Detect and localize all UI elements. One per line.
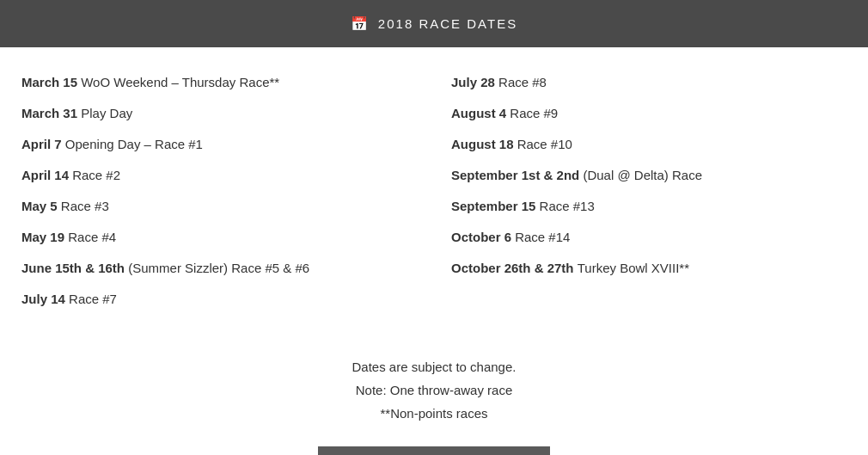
btn-container: DOWNLOAD RACE DATES PDF [0, 438, 868, 455]
footer-section: Dates are subject to change. Note: One t… [0, 338, 868, 438]
list-item: June 15th & 16th (Summer Sizzler) Race #… [21, 259, 417, 278]
list-item: October 26th & 27th Turkey Bowl XVIII** [451, 259, 847, 278]
list-item: April 7 Opening Day – Race #1 [21, 135, 417, 154]
footer-line2: Note: One throw-away race [0, 378, 868, 402]
list-item: October 6 Race #14 [451, 228, 847, 247]
race-date: September 15 [451, 199, 540, 213]
race-date: March 15 [21, 75, 81, 89]
race-date: May 19 [21, 230, 68, 244]
list-item: August 4 Race #9 [451, 104, 847, 123]
list-item: August 18 Race #10 [451, 135, 847, 154]
calendar-icon: 📅 [351, 15, 370, 32]
race-date: October 26th & 27th [451, 261, 578, 275]
left-column: March 15 WoO Weekend – Thursday Race**Ma… [21, 73, 434, 321]
race-name: Race #8 [498, 75, 547, 89]
list-item: March 15 WoO Weekend – Thursday Race** [21, 73, 417, 92]
race-date: March 31 [21, 106, 81, 120]
race-date: August 18 [451, 137, 517, 151]
race-date: October 6 [451, 230, 515, 244]
race-date: August 4 [451, 106, 510, 120]
race-name: Race #14 [515, 230, 570, 244]
race-name: Opening Day – Race #1 [65, 137, 203, 151]
list-item: May 5 Race #3 [21, 197, 417, 216]
race-name: Turkey Bowl XVIII** [578, 261, 689, 275]
header-bar: 📅 2018 RACE DATES [0, 0, 868, 47]
race-date: September 1st & 2nd [451, 168, 583, 182]
list-item: April 14 Race #2 [21, 166, 417, 185]
race-date: July 14 [21, 292, 69, 306]
race-name: Race #4 [68, 230, 116, 244]
download-button[interactable]: DOWNLOAD RACE DATES PDF [318, 446, 551, 455]
race-name: (Dual @ Delta) Race [583, 168, 702, 182]
list-item: July 28 Race #8 [451, 73, 847, 92]
race-date: April 7 [21, 137, 65, 151]
race-name: WoO Weekend – Thursday Race** [81, 75, 279, 89]
race-date: May 5 [21, 199, 61, 213]
header-title: 2018 RACE DATES [378, 16, 517, 31]
race-name: Play Day [81, 106, 132, 120]
list-item: July 14 Race #7 [21, 290, 417, 309]
main-content: March 15 WoO Weekend – Thursday Race**Ma… [0, 47, 868, 338]
race-name: Race #10 [517, 137, 572, 151]
race-name: (Summer Sizzler) Race #5 & #6 [128, 261, 309, 275]
race-name: Race #13 [540, 199, 595, 213]
race-name: Race #3 [61, 199, 109, 213]
list-item: September 15 Race #13 [451, 197, 847, 216]
right-column: July 28 Race #8August 4 Race #9August 18… [434, 73, 847, 321]
footer-line1: Dates are subject to change. [0, 355, 868, 378]
race-date: July 28 [451, 75, 498, 89]
race-date: April 14 [21, 168, 72, 182]
race-name: Race #9 [510, 106, 558, 120]
race-name: Race #7 [69, 292, 117, 306]
footer-line3: **Non-points races [0, 402, 868, 425]
list-item: March 31 Play Day [21, 104, 417, 123]
list-item: May 19 Race #4 [21, 228, 417, 247]
race-name: Race #2 [72, 168, 120, 182]
race-date: June 15th & 16th [21, 261, 128, 275]
list-item: September 1st & 2nd (Dual @ Delta) Race [451, 166, 847, 185]
